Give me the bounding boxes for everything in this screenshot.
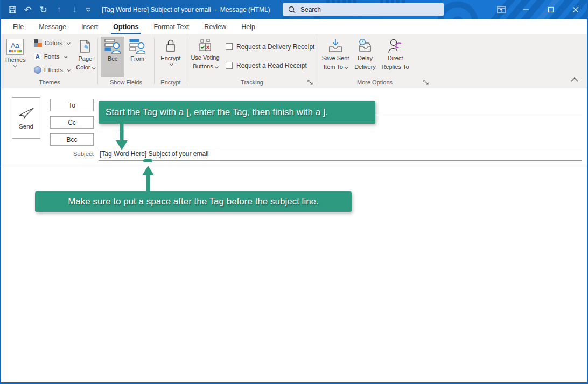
- use-voting-buttons-button[interactable]: Use Voting Buttons: [188, 37, 222, 77]
- window-controls: [489, 0, 588, 19]
- group-show-fields: Bcc From: [99, 35, 153, 88]
- annotation-space-marker: [143, 159, 152, 162]
- voting-buttons-icon: [198, 39, 212, 53]
- checkbox-icon: [226, 43, 233, 50]
- tracking-dialog-launcher-button[interactable]: [307, 79, 314, 86]
- subject-input[interactable]: [Tag Word Here] Subject of your email: [100, 150, 209, 158]
- quick-access-toolbar: ↶ ↻ ↑ ↓: [0, 0, 94, 19]
- fonts-button[interactable]: A Fonts: [32, 51, 72, 62]
- group-separator: [97, 38, 98, 84]
- bcc-field-toggle-button[interactable]: Bcc: [101, 37, 124, 77]
- close-button[interactable]: [563, 0, 588, 19]
- ribbon-tabs: File Message Insert Options Format Text …: [1, 19, 587, 34]
- effects-button[interactable]: Effects: [32, 64, 72, 76]
- close-icon: [572, 6, 579, 13]
- checkbox-icon: [226, 62, 233, 69]
- minimize-button[interactable]: [514, 0, 538, 19]
- cc-button[interactable]: Cc: [50, 116, 94, 129]
- tab-options[interactable]: Options: [106, 19, 146, 34]
- maximize-icon: [548, 6, 554, 13]
- tab-insert[interactable]: Insert: [74, 19, 106, 34]
- send-button[interactable]: Send: [12, 97, 40, 139]
- group-encrypt-content: Encrypt: [155, 35, 186, 78]
- chevron-down-icon: [214, 65, 218, 68]
- search-placeholder: Search: [300, 6, 321, 13]
- subject-field-line: [99, 160, 582, 161]
- maximize-button[interactable]: [538, 0, 563, 19]
- to-button[interactable]: To: [50, 99, 94, 111]
- colors-button[interactable]: Colors: [32, 37, 72, 49]
- group-show-fields-content: Bcc From: [99, 35, 153, 78]
- group-more-options-content: Save Sent Item To Delay Delivery: [318, 35, 432, 78]
- page-color-icon: [78, 39, 92, 54]
- chevron-down-icon: [86, 8, 91, 12]
- colors-icon: [34, 39, 42, 47]
- group-separator: [187, 38, 187, 84]
- search-box[interactable]: Search: [283, 3, 444, 16]
- page-color-button[interactable]: Page Color: [74, 37, 96, 77]
- chevron-down-icon: [13, 63, 17, 67]
- chevron-down-icon: [92, 66, 95, 69]
- annotation-note-space-after-tag: Make sure to put a space after the Tag b…: [35, 191, 352, 212]
- tab-file[interactable]: File: [5, 19, 31, 34]
- save-sent-item-icon: [328, 39, 343, 53]
- tab-format-text[interactable]: Format Text: [146, 19, 197, 34]
- group-more-options: Save Sent Item To Delay Delivery: [318, 35, 432, 88]
- delay-delivery-icon: [358, 39, 373, 53]
- annotation-arrow-down: [112, 123, 131, 151]
- tab-help[interactable]: Help: [234, 19, 263, 34]
- collapse-ribbon-button[interactable]: [571, 75, 582, 84]
- themes-icon: Aa: [6, 39, 24, 55]
- bcc-button[interactable]: Bcc: [50, 133, 94, 146]
- minimize-icon: [523, 6, 529, 13]
- customize-qat-button[interactable]: [82, 0, 94, 19]
- more-options-dialog-launcher-button[interactable]: [423, 79, 430, 86]
- arrow-up-icon: ↑: [57, 4, 61, 15]
- annotation-arrow-up: [138, 165, 158, 194]
- group-encrypt: Encrypt Encrypt: [155, 35, 186, 88]
- group-themes: Aa Themes Colors A Fonts: [2, 35, 97, 88]
- ribbon-display-options-button[interactable]: [489, 0, 514, 19]
- group-label-encrypt: Encrypt: [160, 79, 180, 86]
- save-sent-item-to-button[interactable]: Save Sent Item To: [320, 37, 351, 77]
- cc-field-line: [99, 131, 582, 131]
- group-tracking: Use Voting Buttons Request a Delivery Re…: [188, 35, 316, 88]
- delay-delivery-button[interactable]: Delay Delivery: [352, 37, 379, 77]
- group-separator: [154, 38, 155, 84]
- chevron-down-icon: [169, 62, 173, 66]
- request-read-receipt-checkbox[interactable]: Request a Read Receipt: [226, 61, 314, 70]
- dialog-launcher-icon: [423, 80, 429, 86]
- bcc-field-line: [99, 148, 582, 148]
- theme-options-column: Colors A Fonts Effects: [32, 37, 72, 76]
- chevron-down-icon: [64, 54, 67, 58]
- direct-replies-to-button[interactable]: Direct Replies To: [380, 37, 411, 77]
- chevron-up-icon: [571, 77, 578, 82]
- subject-label: Subject: [50, 151, 94, 157]
- window-title: [Tag Word Here] Subject of your email - …: [102, 6, 270, 13]
- from-icon: [129, 39, 145, 54]
- request-delivery-receipt-checkbox[interactable]: Request a Delivery Receipt: [226, 42, 314, 51]
- annotation-note-tag-format: Start the Tag with a [, enter the Tag, t…: [99, 101, 375, 124]
- from-field-toggle-button[interactable]: From: [125, 37, 149, 77]
- redo-button[interactable]: ↻: [36, 0, 51, 19]
- lock-icon: [164, 39, 177, 53]
- move-down-button[interactable]: ↓: [67, 0, 82, 19]
- move-up-button[interactable]: ↑: [51, 0, 67, 19]
- ribbon: Aa Themes Colors A Fonts: [1, 34, 587, 88]
- tab-review[interactable]: Review: [197, 19, 234, 34]
- outlook-message-window: ↶ ↻ ↑ ↓ [Tag Word Here] Subject of your …: [0, 0, 588, 384]
- undo-button[interactable]: ↶: [20, 0, 36, 19]
- tracking-checkboxes: Request a Delivery Receipt Request a Rea…: [226, 42, 314, 70]
- group-tracking-content: Use Voting Buttons Request a Delivery Re…: [188, 35, 316, 78]
- arrow-down-icon: ↓: [72, 4, 77, 15]
- effects-icon: [34, 66, 41, 74]
- tab-message[interactable]: Message: [31, 19, 74, 34]
- direct-replies-icon: [388, 39, 403, 53]
- group-label-show-fields: Show Fields: [110, 79, 142, 86]
- save-button[interactable]: [4, 0, 20, 19]
- themes-button[interactable]: Aa Themes: [3, 37, 27, 77]
- dialog-launcher-icon: [307, 80, 313, 86]
- encrypt-button[interactable]: Encrypt: [157, 37, 185, 77]
- search-icon: [288, 6, 296, 13]
- fonts-icon: A: [34, 53, 41, 60]
